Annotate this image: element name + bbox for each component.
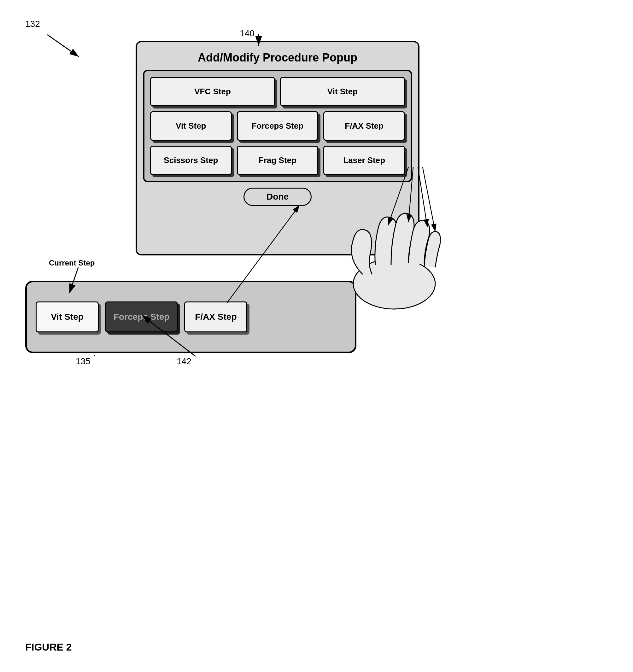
done-button[interactable]: Done	[243, 188, 312, 206]
laser-step-button[interactable]: Laser Step	[323, 146, 405, 175]
popup-window: Add/Modify Procedure Popup VFC Step Vit …	[136, 41, 420, 256]
svg-line-11	[423, 167, 435, 232]
fax-step-button[interactable]: F/AX Step	[323, 111, 405, 141]
forceps-step-button[interactable]: Forceps Step	[237, 111, 319, 141]
grid-row-2: Vit Step Forceps Step F/AX Step	[150, 111, 405, 141]
current-step-annotation: Current Step	[49, 259, 95, 267]
figure-label: FIGURE 2	[25, 642, 72, 653]
ref-135: 135	[76, 356, 91, 366]
fax-step-bar[interactable]: F/AX Step	[184, 302, 247, 332]
scissors-step-button[interactable]: Scissors Step	[150, 146, 232, 175]
vit-step-bar[interactable]: Vit Step	[36, 302, 99, 332]
ref-142: 142	[177, 356, 191, 366]
procedure-bar: Vit Step Forceps Step F/AX Step	[25, 281, 356, 353]
popup-title: Add/Modify Procedure Popup	[143, 51, 412, 64]
forceps-step-bar[interactable]: Forceps Step	[105, 302, 178, 332]
vit-step-r2-button[interactable]: Vit Step	[150, 111, 232, 141]
ref-140: 140	[240, 28, 255, 39]
svg-line-2	[47, 35, 79, 57]
grid-row-3: Scissors Step Frag Step Laser Step	[150, 146, 405, 175]
done-button-wrap: Done	[143, 188, 412, 206]
frag-step-button[interactable]: Frag Step	[237, 146, 319, 175]
popup-inner: VFC Step Vit Step Vit Step Forceps Step …	[143, 70, 412, 182]
grid-row-1: VFC Step Vit Step	[150, 77, 405, 106]
vit-step-r1-button[interactable]: Vit Step	[280, 77, 405, 106]
svg-point-7	[353, 259, 435, 309]
vfc-step-button[interactable]: VFC Step	[150, 77, 275, 106]
ref-132: 132	[25, 19, 40, 29]
